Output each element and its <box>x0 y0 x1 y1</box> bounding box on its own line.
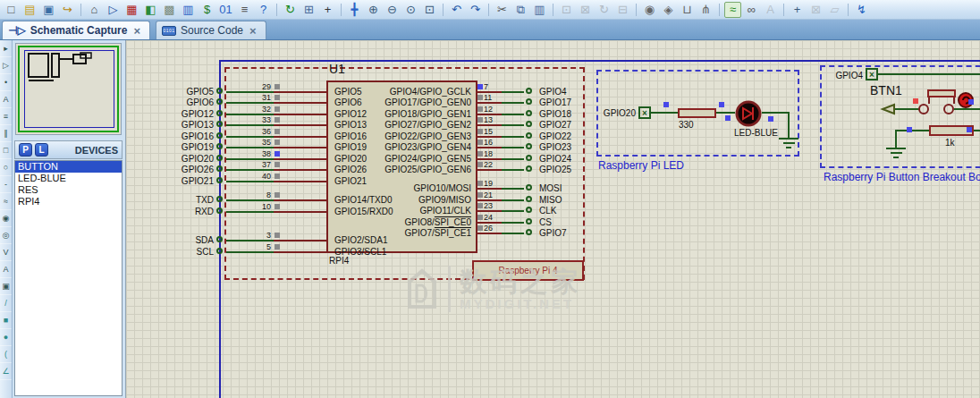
wire[interactable] <box>226 251 274 253</box>
led-blue-symbol[interactable] <box>734 99 763 128</box>
cut-icon[interactable]: ✂ <box>494 2 511 18</box>
schematic-capture-icon[interactable]: ▷ <box>105 2 122 18</box>
wire[interactable] <box>502 158 524 160</box>
tab-schematic-capture[interactable]: ⊣▷ Schematic Capture × <box>2 21 150 39</box>
device-list-item[interactable]: BUTTON <box>15 161 122 173</box>
search-tag-icon[interactable]: ∞ <box>743 2 760 18</box>
terminal-icon[interactable] <box>216 132 223 139</box>
terminal-icon[interactable] <box>216 248 223 254</box>
device-list-item[interactable]: RES <box>15 184 122 196</box>
new-project-icon[interactable]: □ <box>3 2 20 18</box>
wire[interactable] <box>502 91 524 93</box>
button-contact-icon[interactable] <box>918 104 929 114</box>
3d-visualizer-icon[interactable]: ◧ <box>142 2 159 18</box>
wire-label-mode-icon[interactable]: A <box>0 91 12 108</box>
wire[interactable] <box>651 112 678 114</box>
terminals-mode-icon[interactable]: ○ <box>0 159 12 176</box>
design-notes-icon[interactable]: ≡ <box>236 2 253 18</box>
current-probe-mode-icon[interactable]: A <box>0 261 12 278</box>
pick-devices-button[interactable]: P <box>19 143 32 157</box>
terminal-icon[interactable] <box>216 207 223 214</box>
pin-stub[interactable] <box>274 199 326 201</box>
output-terminal-arrow-icon[interactable] <box>880 103 896 115</box>
terminal-icon[interactable] <box>526 98 532 105</box>
pin-stub[interactable] <box>274 169 326 171</box>
wire[interactable] <box>502 102 524 104</box>
wire[interactable] <box>502 222 524 224</box>
pin-stub[interactable] <box>477 169 502 171</box>
wire[interactable] <box>762 112 790 114</box>
terminal-icon[interactable] <box>526 184 532 191</box>
make-device-icon[interactable]: ◈ <box>660 2 677 18</box>
wire[interactable] <box>895 108 919 110</box>
wire[interactable] <box>954 108 980 110</box>
home-page-icon[interactable]: ⌂ <box>86 2 103 18</box>
pin-stub[interactable] <box>477 233 502 234</box>
zoom-in-icon[interactable]: ⊕ <box>365 2 382 18</box>
save-project-icon[interactable]: ▣ <box>40 2 57 18</box>
design-explorer-icon[interactable]: ▥ <box>180 2 197 18</box>
wire[interactable] <box>974 130 980 131</box>
terminal-icon[interactable] <box>526 229 532 235</box>
close-tab-icon[interactable]: × <box>248 24 258 38</box>
wire[interactable] <box>502 210 524 212</box>
block-delete-icon[interactable]: ⊟ <box>614 2 631 18</box>
led-resistor[interactable] <box>678 108 716 118</box>
tab-source-code[interactable]: 0101 Source Code × <box>156 21 266 39</box>
gpio20-terminal-icon[interactable] <box>638 106 651 119</box>
2d-box-mode-icon[interactable]: ■ <box>0 312 12 329</box>
schematic-overview-map[interactable] <box>15 43 122 135</box>
terminal-icon[interactable] <box>526 110 532 116</box>
wire[interactable] <box>716 112 735 114</box>
wire[interactable] <box>502 233 524 234</box>
selection-mode-icon[interactable]: ▸ <box>0 40 12 57</box>
generator-mode-icon[interactable]: ◎ <box>0 227 12 244</box>
wire[interactable] <box>502 136 524 138</box>
terminal-icon[interactable] <box>526 218 532 224</box>
terminal-icon[interactable] <box>526 88 532 94</box>
undo-icon[interactable]: ↶ <box>448 2 465 18</box>
terminal-icon[interactable] <box>216 155 223 161</box>
terminal-icon[interactable] <box>216 236 223 242</box>
component-mode-icon[interactable]: ▷ <box>0 57 12 74</box>
help-icon[interactable]: ? <box>255 2 272 18</box>
terminal-icon[interactable] <box>526 132 532 139</box>
close-project-icon[interactable]: ↪ <box>59 2 76 18</box>
schematic-canvas[interactable]: U1 RPI4 Raspberry Pi 4 GPIO5 29 GPIO5 GP… <box>125 40 980 398</box>
subcircuit-mode-icon[interactable]: □ <box>0 142 12 159</box>
pin-stub[interactable] <box>274 211 326 213</box>
remove-sheet-icon[interactable]: ⊠ <box>807 2 824 18</box>
wire[interactable] <box>502 188 524 190</box>
terminal-icon[interactable] <box>216 165 223 172</box>
packaging-tool-icon[interactable]: ⊔ <box>679 2 696 18</box>
wire[interactable] <box>788 112 790 138</box>
electrical-rule-check-icon[interactable]: ↯ <box>853 2 870 18</box>
voltage-probe-mode-icon[interactable]: V <box>0 244 12 261</box>
wire[interactable] <box>502 169 524 171</box>
2d-circle-mode-icon[interactable]: ● <box>0 329 12 346</box>
source-code-icon[interactable]: 01 <box>217 2 234 18</box>
terminal-icon[interactable] <box>216 121 223 127</box>
terminal-icon[interactable] <box>216 196 223 202</box>
pin-stub[interactable] <box>274 91 326 93</box>
gpio4-terminal-icon[interactable] <box>866 68 878 80</box>
terminal-icon[interactable] <box>526 155 532 161</box>
terminal-icon[interactable] <box>526 143 532 149</box>
wire[interactable] <box>502 199 524 201</box>
block-move-icon[interactable]: ⊠ <box>577 2 594 18</box>
pin-stub[interactable] <box>274 240 326 241</box>
wire[interactable] <box>502 124 524 126</box>
device-list-item[interactable]: RPI4 <box>15 196 122 207</box>
bill-of-materials-icon[interactable]: $ <box>199 2 215 18</box>
pin-stub[interactable] <box>274 147 326 148</box>
zoom-area-icon[interactable]: ⊡ <box>421 2 438 18</box>
zoom-out-icon[interactable]: ⊖ <box>384 2 401 18</box>
pan-icon[interactable]: ╋ <box>346 2 363 18</box>
block-rotate-icon[interactable]: ↻ <box>596 2 612 18</box>
ground-symbol[interactable] <box>778 138 799 151</box>
pcb-layout-icon[interactable]: ▦ <box>123 2 140 18</box>
refresh-display-icon[interactable]: ↻ <box>282 2 299 18</box>
button-contact-icon[interactable] <box>943 104 954 114</box>
pin-stub[interactable] <box>274 251 326 253</box>
2d-arc-mode-icon[interactable]: ( <box>0 346 12 363</box>
